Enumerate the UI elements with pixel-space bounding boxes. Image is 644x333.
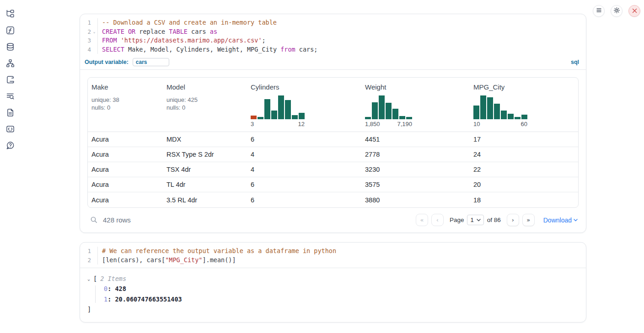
settings-button[interactable] (611, 5, 623, 17)
fold-spacer (91, 247, 97, 256)
table-cell: 20 (470, 181, 484, 188)
column-header-cylinders[interactable]: Cylinders312 (247, 78, 361, 132)
output-list-item: 1: 20.060747663551403 (96, 296, 579, 303)
column-header-model[interactable]: Modelunique: 425nulls: 0 (163, 78, 247, 132)
line-number: 2 (80, 27, 91, 37)
column-header-mpg_city[interactable]: MPG_City1060 (470, 78, 578, 132)
first-page-button[interactable]: « (416, 214, 428, 226)
document-icon (6, 108, 15, 118)
histogram-bar (379, 95, 385, 119)
sidebar-item-documentation[interactable] (5, 109, 15, 118)
column-stat: nulls: 0 (166, 104, 243, 111)
last-page-icon: » (526, 217, 530, 223)
chevron-down-icon (477, 219, 481, 222)
next-page-icon: › (512, 217, 514, 223)
file-tree-icon (6, 10, 15, 20)
code-line[interactable]: 4SELECT Make, Model, Cylinders, Weight, … (80, 45, 586, 54)
search-icon[interactable] (90, 216, 98, 224)
code-line[interactable]: 3FROM 'https://datasets.marimo.app/cars.… (80, 36, 586, 45)
page-total-label: of 86 (487, 217, 501, 223)
line-number: 1 (80, 247, 91, 256)
column-stats: unique: 425nulls: 0 (166, 96, 243, 111)
column-header-make[interactable]: Makeunique: 38nulls: 0 (88, 78, 163, 132)
sidebar-item-dependency-graph[interactable] (5, 59, 15, 69)
table-cell: 4 (247, 166, 361, 173)
output-variable-input[interactable] (133, 58, 169, 66)
table-cell: MDX (163, 136, 247, 143)
histogram-bar (271, 111, 277, 119)
shutdown-button[interactable] (628, 5, 640, 17)
column-header-weight[interactable]: Weight1,8507,190 (361, 78, 470, 132)
column-label: Cylinders (251, 83, 358, 91)
sidebar-item-help[interactable] (5, 142, 15, 151)
code-line[interactable]: 2[len(cars), cars["MPG_City"].mean()] (80, 256, 586, 265)
sidebar-item-file-explorer[interactable] (5, 10, 15, 19)
table-header-row: Makeunique: 38nulls: 0Modelunique: 425nu… (88, 78, 578, 132)
table-row[interactable]: AcuraTSX 4dr4323022 (88, 162, 578, 177)
table-row[interactable]: AcuraTL 4dr6357520 (88, 177, 578, 192)
table-cell: 18 (470, 196, 484, 204)
line-number: 3 (80, 36, 91, 45)
sql-cell-output: Makeunique: 38nulls: 0Modelunique: 425nu… (80, 70, 586, 233)
close-icon (632, 8, 637, 15)
axis-max-label: 60 (521, 121, 527, 127)
code-line[interactable]: 1-- Download a CSV and create an in-memo… (80, 18, 586, 27)
column-label: MPG_City (473, 83, 574, 91)
histogram-bars (251, 95, 305, 119)
code-text: -- Download a CSV and create an in-memor… (97, 18, 586, 27)
sidebar-item-variables[interactable] (5, 26, 15, 36)
notebook-content: 1-- Download a CSV and create an in-memo… (80, 14, 586, 322)
table-cell: TSX 4dr (163, 166, 247, 173)
language-badge: sql (571, 59, 579, 65)
page-number-select[interactable]: 1 (467, 215, 483, 225)
table-cell: 2778 (361, 151, 470, 158)
table-row[interactable]: AcuraMDX6445117 (88, 132, 578, 147)
table-row[interactable]: Acura3.5 RL 4dr6388018 (88, 192, 578, 207)
sidebar-item-datasources[interactable] (5, 43, 15, 52)
line-number: 2 (80, 256, 91, 265)
sidebar-item-logs[interactable] (5, 92, 15, 101)
prev-page-button[interactable]: ‹ (431, 214, 444, 226)
output-list: 0: 4281: 20.060747663551403 (95, 285, 579, 303)
table-footer-left: 428 rows (90, 216, 131, 224)
first-page-icon: « (420, 217, 424, 223)
table-footer: 428 rows « ‹ Page 1 of 86 › » Download (87, 208, 579, 229)
histogram-bar (494, 104, 500, 119)
sidebar-item-snippets[interactable] (5, 125, 15, 134)
histogram-axis: 1060 (473, 121, 527, 127)
gear-icon (613, 7, 620, 15)
axis-min-label: 1,850 (365, 121, 380, 127)
output-list-item: 0: 428 (96, 285, 579, 292)
left-sidebar (0, 10, 20, 151)
code-line[interactable]: 1# We can reference the output variable … (80, 247, 586, 256)
sql-code-editor[interactable]: 1-- Download a CSV and create an in-memo… (80, 14, 586, 70)
fold-spacer (91, 18, 97, 27)
download-button[interactable]: Download (543, 217, 578, 224)
next-page-button[interactable]: › (507, 214, 519, 226)
item-value: : 20.060747663551403 (107, 296, 182, 303)
download-label: Download (543, 217, 572, 224)
python-code-editor[interactable]: 1# We can reference the output variable … (80, 243, 586, 268)
collapse-toggle-icon[interactable]: ⌄ (87, 276, 93, 281)
axis-max-label: 7,190 (397, 121, 412, 127)
python-cell-output: ⌄ [ 2 Items 0: 4281: 20.060747663551403 … (80, 268, 586, 322)
table-cell: 3575 (361, 181, 470, 188)
line-number: 1 (80, 18, 91, 27)
sidebar-item-outline[interactable] (5, 76, 15, 85)
output-tree-root: ⌄ [ 2 Items (87, 275, 579, 282)
table-cell: Acura (88, 136, 163, 143)
fold-toggle-icon[interactable]: ⌄ (91, 27, 97, 37)
dependency-graph-icon (6, 59, 15, 69)
output-variable-label: Output variable: (85, 59, 129, 65)
row-count: 428 rows (103, 216, 131, 224)
chevron-down-icon (574, 219, 578, 222)
column-label: Make (91, 83, 159, 91)
code-line[interactable]: 2⌄CREATE OR replace TABLE cars as (80, 27, 586, 37)
last-page-button[interactable]: » (522, 214, 535, 226)
table-cell: 17 (470, 136, 484, 143)
items-count-label: 2 Items (100, 275, 126, 282)
histogram-bar (399, 116, 405, 119)
menu-button[interactable] (593, 5, 605, 17)
column-stat: nulls: 0 (91, 104, 159, 111)
table-row[interactable]: AcuraRSX Type S 2dr4277824 (88, 147, 578, 162)
